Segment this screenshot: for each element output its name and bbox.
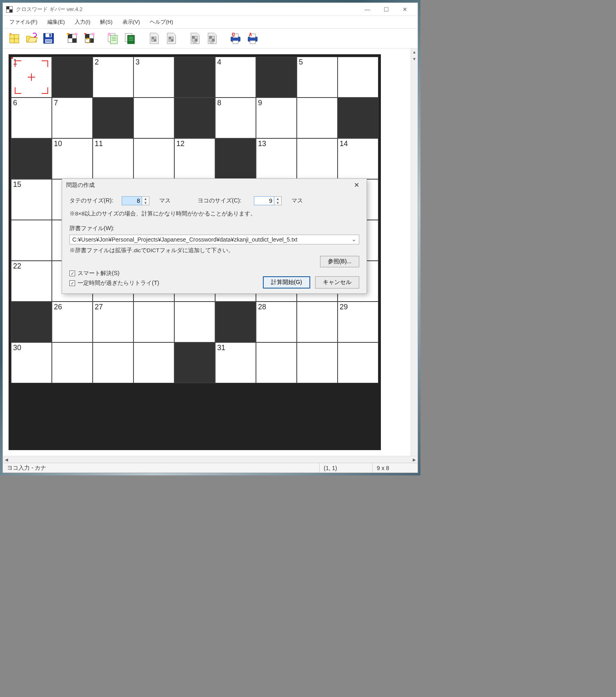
grid-cell[interactable]: 5 [297,57,338,98]
grid-cell[interactable]: 8 [215,98,256,138]
scroll-right-icon[interactable]: ▶ [411,456,418,463]
new-file-button[interactable] [7,31,22,46]
grid-cell[interactable] [297,342,338,383]
cols-spinner[interactable]: ▲▼ [254,196,282,205]
scroll-left-icon[interactable]: ◀ [3,456,10,463]
menu-help[interactable]: ヘルプ(H) [146,18,177,27]
grid-cell[interactable] [338,57,378,98]
grid-cell[interactable] [338,342,378,383]
grid-cell[interactable]: 30 [11,342,52,383]
close-button[interactable]: ✕ [396,4,414,15]
grid-cell[interactable] [174,98,215,138]
window-title: クロスワード ギバー ver.4.2 [16,6,358,13]
export-img1-button[interactable] [147,31,161,46]
grid-cell[interactable] [52,57,93,98]
cell-number: 14 [340,140,348,148]
dialog-close-button[interactable]: ✕ [351,181,362,189]
grid-cell[interactable]: 11 [93,138,133,179]
grid-cell[interactable] [174,342,215,383]
cell-number: 31 [217,344,225,352]
grid-cell[interactable]: 7 [52,98,93,138]
svg-text:A: A [249,32,252,37]
grid-cell[interactable]: 4 [215,57,256,98]
svg-rect-13 [68,34,72,38]
print-question-button[interactable]: Q [228,31,243,46]
maximize-button[interactable]: ☐ [377,4,396,15]
grid-cell[interactable]: 9 [256,98,297,138]
grid-cell[interactable] [297,98,338,138]
grid-cell[interactable]: 3 [133,57,174,98]
grid-cell[interactable] [297,302,338,342]
spin-down-icon[interactable]: ▼ [142,201,149,205]
grid-cell[interactable]: 15 [11,179,52,220]
horizontal-scrollbar[interactable]: ◀ ▶ [3,456,418,463]
rows-input[interactable] [122,196,142,205]
grid-cell[interactable] [133,302,174,342]
svg-rect-48 [210,42,213,43]
scroll-up-icon[interactable]: ▲ [411,49,418,55]
grid-cell[interactable] [256,57,297,98]
vertical-scrollbar[interactable]: ▲ ▼ [411,49,418,456]
grid-cell[interactable] [93,342,133,383]
open-file-button[interactable] [24,31,39,46]
grid-cell[interactable]: 1 [11,57,52,98]
grid-cell[interactable]: 2 [93,57,133,98]
new-puzzle-button[interactable] [65,31,80,46]
spin-down-icon[interactable]: ▼ [274,201,281,205]
grid-cell[interactable]: 22 [11,261,52,302]
grid-cell[interactable] [52,342,93,383]
grid-cell[interactable]: 31 [215,342,256,383]
grid-cell[interactable]: 27 [93,302,133,342]
status-bar: ヨコ入力 - カナ (1, 1) 9 x 8 [3,463,418,473]
spin-up-icon[interactable]: ▲ [142,197,149,201]
grid-cell[interactable] [174,57,215,98]
svg-rect-47 [212,39,215,42]
grid-cell[interactable] [215,302,256,342]
menu-input[interactable]: 入力(I) [71,18,94,27]
grid-cell[interactable]: 28 [256,302,297,342]
grid-cell[interactable]: 12 [174,138,215,179]
grid-cell[interactable]: 14 [338,138,378,179]
grid-cell[interactable] [133,98,174,138]
browse-button[interactable]: 参照(B)... [320,256,359,267]
menu-view[interactable]: 表示(V) [118,18,144,27]
copy2-button[interactable] [123,31,138,46]
menu-solve[interactable]: 解(S) [96,18,116,27]
grid-cell[interactable] [11,138,52,179]
minimize-button[interactable]: — [358,4,377,15]
grid-cell[interactable] [174,302,215,342]
save-button[interactable] [41,31,56,46]
dialog-title-bar: 問題の作成 ✕ [62,179,367,191]
cancel-button[interactable]: キャンセル [315,276,359,289]
start-calc-button[interactable]: 計算開始(G) [263,276,310,289]
grid-cell[interactable] [215,138,256,179]
copy-button[interactable] [106,31,120,46]
grid-cell[interactable]: 6 [11,98,52,138]
grid-cell[interactable] [133,342,174,383]
grid-cell[interactable] [338,98,378,138]
menu-edit[interactable]: 編集(E) [43,18,69,27]
grid-cell[interactable] [93,98,133,138]
menu-file[interactable]: ファイル(F) [5,18,42,27]
print-answer-button[interactable]: A [245,31,260,46]
grid-cell[interactable] [11,302,52,342]
scroll-down-icon[interactable]: ▼ [411,55,418,62]
export-img3-button[interactable] [187,31,202,46]
export-img2-button[interactable] [164,31,178,46]
grid-cell[interactable] [11,220,52,261]
regen-puzzle-button[interactable] [82,31,97,46]
grid-cell[interactable]: 13 [256,138,297,179]
spin-up-icon[interactable]: ▲ [274,197,281,201]
cols-input[interactable] [254,196,274,205]
rows-spinner[interactable]: ▲▼ [122,196,149,205]
grid-cell[interactable] [133,138,174,179]
svg-rect-25 [110,36,117,44]
grid-cell[interactable]: 29 [338,302,378,342]
grid-cell[interactable] [256,342,297,383]
status-size: 9 x 8 [373,463,418,473]
dict-file-combo[interactable]: C:¥Users¥Jon¥Personal_Projects¥Japanese_… [69,235,359,244]
grid-cell[interactable]: 10 [52,138,93,179]
export-img4-button[interactable] [205,31,219,46]
grid-cell[interactable] [297,138,338,179]
grid-cell[interactable]: 26 [52,302,93,342]
